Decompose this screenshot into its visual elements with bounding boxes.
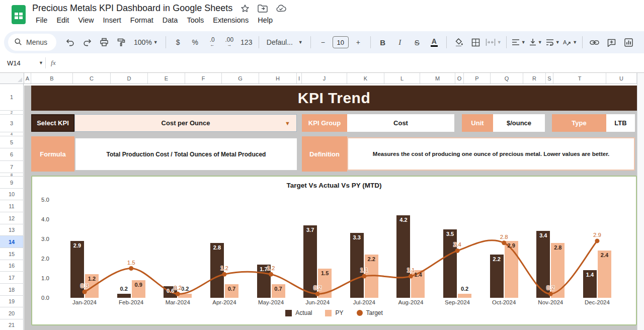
column-header-K[interactable]: K [347,73,384,84]
vertical-align-button[interactable]: ▼ [528,34,543,50]
column-header-F[interactable]: F [185,73,222,84]
increase-font-size-button[interactable]: + [351,34,366,50]
row-header-1[interactable]: 1 [0,84,24,111]
bar-label-actual-Aug-2024: 4.2 [399,217,407,223]
row-header-10[interactable]: 10 [0,189,24,200]
menu-data[interactable]: Data [159,15,182,25]
x-axis-label: Apr-2024 [212,299,236,305]
row-header-17[interactable]: 17 [0,272,24,284]
menu-help[interactable]: Help [254,15,276,25]
undo-button[interactable] [62,34,77,50]
vertical-scrollbar[interactable] [637,73,644,330]
column-header-P[interactable]: P [464,73,491,84]
row-header-7[interactable]: 7 [0,161,24,173]
sheets-logo-icon[interactable] [11,4,26,27]
menu-extensions[interactable]: Extensions [209,15,252,25]
row-header-2[interactable]: 2 [0,111,24,115]
text-color-button[interactable]: A [427,34,442,50]
column-header-B[interactable]: B [31,73,73,84]
move-to-folder-icon[interactable] [258,5,268,13]
text-rotation-button[interactable]: A ▼ [562,34,578,50]
menu-edit[interactable]: Edit [53,15,72,25]
row-header-16[interactable]: 16 [0,260,24,272]
select-all-corner[interactable] [0,73,24,84]
increase-decimal-button[interactable]: .00→ [222,34,237,50]
definition-value-cell[interactable]: Measures the cost of producing one ounce… [347,137,635,171]
row-header-21[interactable]: 21 [0,319,24,330]
select-kpi-label: Select KPI [31,114,74,132]
column-header-D[interactable]: D [111,73,148,84]
column-header-A[interactable]: A [24,73,31,84]
bold-button[interactable]: B [375,34,390,50]
column-header-L[interactable]: L [384,73,420,84]
menu-format[interactable]: Format [127,15,157,25]
row-header-18[interactable]: 18 [0,284,24,296]
menu-view[interactable]: View [74,15,97,25]
menu-file[interactable]: File [32,15,51,25]
more-formats-button[interactable]: 123 [239,34,254,50]
column-header-I[interactable]: I [297,73,302,84]
row-header-15[interactable]: 15 [0,248,24,260]
decrease-decimal-button[interactable]: .0← [205,34,220,50]
redo-button[interactable] [79,34,95,50]
insert-comment-button[interactable] [604,34,619,50]
target-label-Jun-2024: 0.2 [313,285,321,291]
kpi-group-value-cell[interactable]: Cost [347,114,454,132]
cloud-status-icon[interactable] [276,5,287,13]
insert-link-button[interactable] [587,34,602,50]
zoom-selector[interactable]: 100%▼ [131,34,161,50]
type-value-cell[interactable]: LTB [606,114,635,132]
format-percent-button[interactable]: % [188,34,203,50]
font-size-input[interactable]: 10 [333,36,349,48]
column-header-R[interactable]: R [523,73,546,84]
row-header-13[interactable]: 13 [0,224,24,236]
name-box[interactable]: W14 ▼ [0,59,43,67]
row-header-4[interactable]: 4 [0,132,24,136]
decrease-font-size-button[interactable]: − [315,34,331,50]
row-header-6[interactable]: 6 [0,148,24,161]
column-header-H[interactable]: H [259,73,297,84]
formula-value-cell[interactable]: Total Production Cost / Total Ounces of … [75,138,297,170]
bar-label-actual-Dec-2024: 1.4 [586,272,594,278]
column-header-M[interactable]: M [420,73,455,84]
column-header-S[interactable]: S [546,73,553,84]
column-header-T[interactable]: T [553,73,606,84]
merge-cells-button[interactable]: ▼ [486,34,502,50]
menu-insert[interactable]: Insert [100,15,125,25]
column-header-C[interactable]: C [73,73,111,84]
row-header-5[interactable]: 5 [0,136,24,148]
unit-value-cell[interactable]: $/ounce [493,114,545,132]
column-header-G[interactable]: G [222,73,259,84]
row-header-19[interactable]: 19 [0,296,24,307]
column-header-Q[interactable]: Q [491,73,523,84]
fill-color-button[interactable] [451,34,466,50]
menu-tools[interactable]: Tools [183,15,207,25]
kpi-dropdown[interactable]: Cost per Ounce ▼ [74,114,297,132]
print-button[interactable] [97,34,112,50]
borders-button[interactable] [468,34,484,50]
format-currency-button[interactable]: $ [171,34,186,50]
text-wrap-button[interactable]: ▼ [545,34,560,50]
strikethrough-button[interactable]: S [410,34,425,50]
paint-format-button[interactable] [114,34,129,50]
row-header-9[interactable]: 9 [0,177,24,189]
insert-chart-button[interactable] [621,34,636,50]
menus-search-button[interactable]: Menus [8,34,56,51]
document-title[interactable]: Precious Metals KPI Dashboard in Google … [32,3,232,14]
font-selector[interactable]: Defaul...▼ [264,34,306,50]
star-icon[interactable] [240,4,250,13]
row-header-11[interactable]: 11 [0,200,24,212]
row-header-3[interactable]: 3 [0,115,24,132]
italic-button[interactable]: I [392,34,408,50]
column-header-U[interactable]: U [606,73,637,84]
column-header-O[interactable]: O [455,73,464,84]
horizontal-align-button[interactable]: ▼ [511,34,526,50]
formula-input[interactable] [56,53,644,72]
row-header-12[interactable]: 12 [0,212,24,224]
row-header-8[interactable]: 8 [0,173,24,177]
column-header-J[interactable]: J [302,73,347,84]
row-header-14[interactable]: 14 [0,236,24,248]
column-header-E[interactable]: E [148,73,185,84]
target-label-Jul-2024: 1.1 [360,267,368,273]
row-header-20[interactable]: 20 [0,307,24,319]
